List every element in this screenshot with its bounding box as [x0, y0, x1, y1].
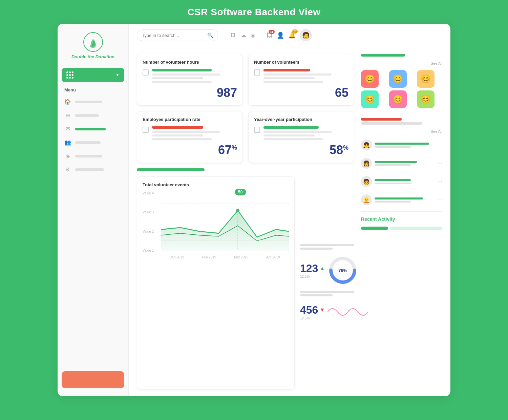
sidebar-item-layers[interactable]: ◈	[58, 149, 128, 163]
dashed-line-2	[161, 228, 289, 228]
recent-bar-green	[361, 227, 388, 230]
person-bars-1	[375, 161, 435, 166]
header-user-icon[interactable]: 👤	[277, 31, 284, 39]
stat-checkbox-2[interactable]	[254, 69, 260, 76]
person-avatar-2: 🧑	[361, 176, 372, 187]
person-bars-3	[375, 197, 435, 203]
see-all-1[interactable]: See All	[431, 61, 442, 65]
recent-bar-light	[390, 227, 442, 230]
mid-stats-panel: 123 ▲ 12.5% 76%	[300, 176, 354, 390]
sidebar: Double the Donation ▼ Menu 🏠 ⊕ ✉	[58, 24, 129, 396]
nav-label-add	[75, 114, 99, 117]
stat-bar-3	[152, 126, 203, 129]
header-layers-icon[interactable]: ◈	[251, 31, 255, 39]
right-bar-red	[361, 118, 402, 121]
chart-plot: 50	[161, 191, 289, 252]
header-calendar-icon[interactable]: 🗓	[230, 32, 236, 39]
stat-card-yoy-participation: Year-over-year participation 58%	[248, 111, 354, 163]
chart-mid-row: Total volunteer events Value 4 Value 3 V…	[137, 176, 354, 390]
avatar-emoji-3: 😊	[365, 94, 375, 104]
chart-svg	[161, 191, 289, 252]
sidebar-item-home[interactable]: 🏠	[58, 95, 128, 109]
person-row-2: 🧑 ···	[361, 175, 442, 188]
header-bell-icon[interactable]: 🔔 7	[288, 31, 296, 39]
stat-checkbox-3[interactable]	[143, 127, 149, 133]
person-bar-3-sub	[375, 201, 411, 203]
avatar-emoji-0: 😊	[365, 74, 375, 84]
sidebar-cta-button[interactable]	[62, 371, 124, 388]
sidebar-item-users[interactable]: 👥	[58, 136, 128, 149]
stat-card-title-4: Year-over-year participation	[254, 117, 348, 122]
person-dots-2[interactable]: ···	[438, 178, 442, 185]
avatar-grid: 😊 😊 😊 😊 😊 😊	[361, 70, 442, 108]
sidebar-menu-label: Menu	[58, 85, 128, 95]
person-bar-0-sub	[375, 146, 411, 148]
stat-bar-4	[263, 126, 319, 129]
search-input[interactable]	[142, 33, 205, 38]
nav-label-settings	[75, 168, 104, 171]
see-all-2[interactable]: See All	[431, 129, 442, 133]
stat-content-1: 987	[152, 69, 237, 100]
avatar-item-2[interactable]: 😊	[417, 70, 435, 88]
stat-line-3a	[152, 131, 220, 133]
stat-bar-2	[263, 69, 310, 71]
mid-bar-top	[300, 244, 354, 246]
right-divider-2	[361, 211, 442, 212]
sidebar-item-settings[interactable]: ⚙	[58, 163, 128, 176]
avatar-emoji-5: 😊	[421, 94, 431, 104]
sidebar-logo: Double the Donation	[58, 24, 128, 65]
stat-checkbox-4[interactable]	[254, 127, 260, 133]
sidebar-bottom	[62, 371, 124, 390]
avatar-item-0[interactable]: 😊	[361, 70, 379, 88]
stat-card-inner-1: 987	[143, 69, 237, 100]
nav-label-users	[75, 141, 101, 144]
sidebar-dropdown[interactable]: ▼	[62, 68, 124, 82]
avatar-item-4[interactable]: 😊	[389, 90, 407, 108]
mid-bar-section-2	[300, 291, 354, 296]
stat-content-3: 67%	[152, 126, 237, 157]
home-icon: 🏠	[64, 99, 71, 105]
header-notification-icon[interactable]: 🖼 11	[267, 32, 273, 39]
person-dots-1[interactable]: ···	[438, 160, 442, 166]
avatar-item-1[interactable]: 😊	[389, 70, 407, 88]
chart-tooltip: 50	[235, 189, 246, 195]
right-bar-gray	[361, 122, 422, 125]
person-avatar-0: 👧	[361, 140, 372, 150]
person-avatar-1: 👩	[361, 158, 372, 169]
mid-arrow-down-icon: ▼	[319, 307, 325, 313]
mid-stat-123: 123 ▲ 12.5% 76%	[300, 255, 354, 286]
user-avatar[interactable]: 🧑	[300, 29, 312, 41]
person-dots-3[interactable]: ···	[438, 197, 442, 203]
nav-label-home	[75, 101, 102, 103]
donut-label: 76%	[338, 268, 347, 273]
sidebar-item-add[interactable]: ⊕	[58, 109, 128, 122]
mid-bar-short	[300, 248, 333, 250]
dashboard: Number of volunteer hours 987	[129, 47, 450, 396]
chart-x-labels: Jan 2019 Feb 2019 Mar 2019 Apr 2019	[161, 255, 289, 259]
header: 🔍 🗓 ☁ ◈ 🖼 11 👤 🔔 7 🧑	[129, 24, 450, 47]
avatar-item-5[interactable]: 😊	[417, 90, 435, 108]
notification-badge-2: 7	[292, 29, 298, 34]
sidebar-item-messages[interactable]: ✉	[58, 122, 128, 136]
stat-number-3: 67%	[152, 143, 237, 157]
mid-stat-456: 456 ▼ 12.5%	[300, 302, 354, 322]
donut-chart: 76%	[327, 255, 358, 286]
see-all-2-row: See All	[361, 129, 442, 133]
main-content: 🔍 🗓 ☁ ◈ 🖼 11 👤 🔔 7 🧑	[129, 24, 450, 396]
progress-bar	[137, 168, 205, 171]
search-box[interactable]: 🔍	[137, 29, 218, 41]
stat-line-4a	[263, 131, 332, 133]
see-all-1-row: See All	[361, 61, 442, 65]
person-bar-3-main	[375, 197, 423, 200]
avatar-emoji-2: 😊	[421, 74, 431, 84]
person-dots-0[interactable]: ···	[438, 142, 442, 148]
header-cloud-icon[interactable]: ☁	[240, 31, 247, 39]
notification-badge-1: 11	[269, 30, 275, 34]
stat-cards-row-2: Employee participation rate 67%	[137, 111, 354, 163]
stat-line-2c	[263, 81, 323, 83]
person-bar-1-main	[375, 161, 417, 163]
avatar-item-3[interactable]: 😊	[361, 90, 379, 108]
right-bar-section	[361, 118, 442, 125]
stat-checkbox-1[interactable]	[143, 69, 149, 76]
header-icons: 🗓 ☁ ◈ 🖼 11 👤 🔔 7 🧑	[230, 29, 312, 41]
